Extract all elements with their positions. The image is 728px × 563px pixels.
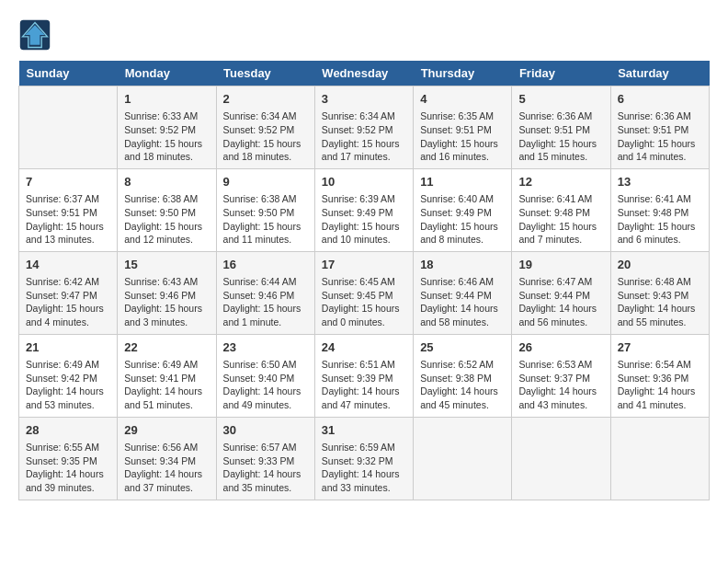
day-header-tuesday: Tuesday — [216, 61, 314, 86]
calendar-cell: 29Sunrise: 6:56 AM Sunset: 9:34 PM Dayli… — [118, 417, 216, 500]
cell-content: Sunrise: 6:52 AM Sunset: 9:38 PM Dayligh… — [420, 358, 505, 412]
cell-content: Sunrise: 6:39 AM Sunset: 9:49 PM Dayligh… — [322, 192, 406, 247]
calendar-cell: 13Sunrise: 6:41 AM Sunset: 9:48 PM Dayli… — [610, 168, 709, 251]
cell-content: Sunrise: 6:49 AM Sunset: 9:41 PM Dayligh… — [124, 358, 209, 412]
calendar-cell: 11Sunrise: 6:40 AM Sunset: 9:49 PM Dayli… — [414, 168, 512, 251]
calendar-cell: 28Sunrise: 6:55 AM Sunset: 9:35 PM Dayli… — [19, 417, 118, 500]
logo — [18, 18, 57, 52]
calendar-week-row: 14Sunrise: 6:42 AM Sunset: 9:47 PM Dayli… — [19, 251, 710, 334]
calendar-cell: 17Sunrise: 6:45 AM Sunset: 9:45 PM Dayli… — [314, 251, 413, 334]
day-number: 9 — [223, 174, 308, 190]
page-header — [18, 18, 710, 52]
calendar-cell: 31Sunrise: 6:59 AM Sunset: 9:32 PM Dayli… — [314, 417, 413, 500]
cell-content: Sunrise: 6:35 AM Sunset: 9:51 PM Dayligh… — [420, 109, 505, 164]
day-number: 8 — [124, 174, 209, 190]
calendar-header-row: SundayMondayTuesdayWednesdayThursdayFrid… — [19, 61, 710, 86]
calendar-cell: 4Sunrise: 6:35 AM Sunset: 9:51 PM Daylig… — [414, 86, 512, 169]
calendar-cell: 6Sunrise: 6:36 AM Sunset: 9:51 PM Daylig… — [610, 86, 709, 169]
cell-content: Sunrise: 6:47 AM Sunset: 9:44 PM Dayligh… — [518, 275, 603, 329]
cell-content: Sunrise: 6:55 AM Sunset: 9:35 PM Dayligh… — [26, 441, 110, 495]
cell-content: Sunrise: 6:37 AM Sunset: 9:51 PM Dayligh… — [26, 192, 110, 247]
calendar-cell: 22Sunrise: 6:49 AM Sunset: 9:41 PM Dayli… — [118, 334, 216, 417]
day-header-thursday: Thursday — [414, 61, 512, 86]
calendar-cell: 1Sunrise: 6:33 AM Sunset: 9:52 PM Daylig… — [118, 86, 216, 169]
day-number: 30 — [223, 422, 308, 439]
day-number: 19 — [518, 257, 603, 273]
cell-content: Sunrise: 6:36 AM Sunset: 9:51 PM Dayligh… — [618, 109, 702, 164]
cell-content: Sunrise: 6:38 AM Sunset: 9:50 PM Dayligh… — [223, 192, 308, 247]
calendar-cell: 15Sunrise: 6:43 AM Sunset: 9:46 PM Dayli… — [118, 251, 216, 334]
cell-content: Sunrise: 6:46 AM Sunset: 9:44 PM Dayligh… — [420, 275, 505, 329]
cell-content: Sunrise: 6:42 AM Sunset: 9:47 PM Dayligh… — [26, 275, 110, 329]
calendar-cell — [414, 417, 512, 500]
cell-content: Sunrise: 6:34 AM Sunset: 9:52 PM Dayligh… — [223, 109, 308, 164]
calendar-cell: 12Sunrise: 6:41 AM Sunset: 9:48 PM Dayli… — [512, 168, 610, 251]
day-number: 23 — [223, 339, 308, 356]
cell-content: Sunrise: 6:41 AM Sunset: 9:48 PM Dayligh… — [618, 192, 702, 247]
day-number: 17 — [322, 257, 406, 273]
day-number: 13 — [618, 174, 702, 190]
cell-content: Sunrise: 6:59 AM Sunset: 9:32 PM Dayligh… — [322, 441, 406, 495]
day-number: 15 — [124, 257, 209, 273]
day-header-sunday: Sunday — [19, 61, 118, 86]
cell-content: Sunrise: 6:54 AM Sunset: 9:36 PM Dayligh… — [618, 358, 702, 412]
cell-content: Sunrise: 6:57 AM Sunset: 9:33 PM Dayligh… — [223, 441, 308, 495]
calendar-cell: 27Sunrise: 6:54 AM Sunset: 9:36 PM Dayli… — [610, 334, 709, 417]
day-number: 14 — [26, 257, 110, 273]
day-number: 18 — [420, 257, 505, 273]
calendar-cell: 26Sunrise: 6:53 AM Sunset: 9:37 PM Dayli… — [512, 334, 610, 417]
day-number: 12 — [518, 174, 603, 190]
cell-content: Sunrise: 6:53 AM Sunset: 9:37 PM Dayligh… — [518, 358, 603, 412]
day-number: 5 — [518, 91, 603, 108]
day-number: 11 — [420, 174, 505, 190]
calendar-cell: 14Sunrise: 6:42 AM Sunset: 9:47 PM Dayli… — [19, 251, 118, 334]
cell-content: Sunrise: 6:41 AM Sunset: 9:48 PM Dayligh… — [518, 192, 603, 247]
calendar-cell: 3Sunrise: 6:34 AM Sunset: 9:52 PM Daylig… — [314, 86, 413, 169]
calendar-cell: 5Sunrise: 6:36 AM Sunset: 9:51 PM Daylig… — [512, 86, 610, 169]
calendar-week-row: 7Sunrise: 6:37 AM Sunset: 9:51 PM Daylig… — [19, 168, 710, 251]
day-number: 1 — [124, 91, 209, 108]
cell-content: Sunrise: 6:34 AM Sunset: 9:52 PM Dayligh… — [322, 109, 406, 164]
cell-content: Sunrise: 6:38 AM Sunset: 9:50 PM Dayligh… — [124, 192, 209, 247]
day-number: 2 — [223, 91, 308, 108]
cell-content: Sunrise: 6:40 AM Sunset: 9:49 PM Dayligh… — [420, 192, 505, 247]
calendar-cell: 23Sunrise: 6:50 AM Sunset: 9:40 PM Dayli… — [216, 334, 314, 417]
logo-icon — [18, 18, 51, 52]
calendar-cell: 18Sunrise: 6:46 AM Sunset: 9:44 PM Dayli… — [414, 251, 512, 334]
calendar-week-row: 21Sunrise: 6:49 AM Sunset: 9:42 PM Dayli… — [19, 334, 710, 417]
day-number: 26 — [518, 339, 603, 356]
calendar-table: SundayMondayTuesdayWednesdayThursdayFrid… — [18, 61, 710, 500]
calendar-cell: 10Sunrise: 6:39 AM Sunset: 9:49 PM Dayli… — [314, 168, 413, 251]
day-number: 22 — [124, 339, 209, 356]
day-number: 3 — [322, 91, 406, 108]
day-number: 4 — [420, 91, 505, 108]
cell-content: Sunrise: 6:50 AM Sunset: 9:40 PM Dayligh… — [223, 358, 308, 412]
calendar-cell: 8Sunrise: 6:38 AM Sunset: 9:50 PM Daylig… — [118, 168, 216, 251]
day-header-friday: Friday — [512, 61, 610, 86]
calendar-cell: 7Sunrise: 6:37 AM Sunset: 9:51 PM Daylig… — [19, 168, 118, 251]
day-number: 29 — [124, 422, 209, 439]
cell-content: Sunrise: 6:48 AM Sunset: 9:43 PM Dayligh… — [618, 275, 702, 329]
cell-content: Sunrise: 6:51 AM Sunset: 9:39 PM Dayligh… — [322, 358, 406, 412]
calendar-cell: 21Sunrise: 6:49 AM Sunset: 9:42 PM Dayli… — [19, 334, 118, 417]
calendar-cell: 2Sunrise: 6:34 AM Sunset: 9:52 PM Daylig… — [216, 86, 314, 169]
day-header-wednesday: Wednesday — [314, 61, 413, 86]
day-number: 27 — [618, 339, 702, 356]
cell-content: Sunrise: 6:56 AM Sunset: 9:34 PM Dayligh… — [124, 441, 209, 495]
calendar-week-row: 1Sunrise: 6:33 AM Sunset: 9:52 PM Daylig… — [19, 86, 710, 169]
day-number: 7 — [26, 174, 110, 190]
calendar-cell — [610, 417, 709, 500]
day-number: 31 — [322, 422, 406, 439]
day-number: 16 — [223, 257, 308, 273]
cell-content: Sunrise: 6:43 AM Sunset: 9:46 PM Dayligh… — [124, 275, 209, 329]
cell-content: Sunrise: 6:36 AM Sunset: 9:51 PM Dayligh… — [518, 109, 603, 164]
calendar-cell: 9Sunrise: 6:38 AM Sunset: 9:50 PM Daylig… — [216, 168, 314, 251]
day-number: 20 — [618, 257, 702, 273]
day-number: 25 — [420, 339, 505, 356]
calendar-cell — [512, 417, 610, 500]
day-number: 10 — [322, 174, 406, 190]
day-number: 6 — [618, 91, 702, 108]
calendar-cell: 16Sunrise: 6:44 AM Sunset: 9:46 PM Dayli… — [216, 251, 314, 334]
calendar-cell — [19, 86, 118, 169]
calendar-cell: 24Sunrise: 6:51 AM Sunset: 9:39 PM Dayli… — [314, 334, 413, 417]
